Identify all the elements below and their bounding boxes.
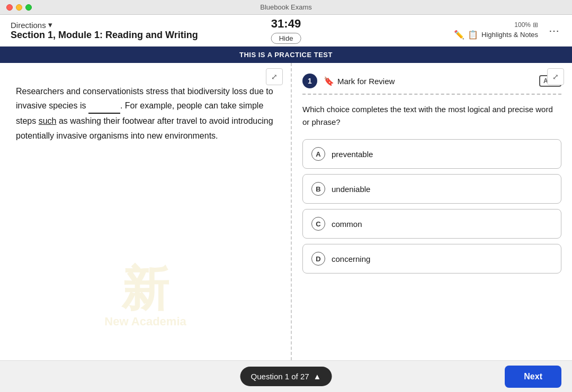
- app-container: Directions ▾ Section 1, Module 1: Readin…: [0, 15, 572, 392]
- directions-label: Directions: [11, 21, 46, 30]
- chevron-up-icon: ▲: [314, 372, 321, 381]
- mark-for-review-button[interactable]: 🔖 Mark for Review: [324, 76, 533, 86]
- expand-right-icon: ⤢: [552, 72, 559, 81]
- answer-choices: A preventable B undeniable C common D co…: [302, 139, 561, 274]
- mark-review-label: Mark for Review: [337, 77, 395, 86]
- passage-text: Researchers and conservationists stress …: [16, 84, 275, 143]
- pencil-icon: ✏️: [454, 30, 464, 40]
- more-button[interactable]: ⋯: [547, 24, 561, 37]
- left-panel: ⤢ 新 New Academia Researchers and conserv…: [0, 63, 292, 360]
- choice-letter-a: A: [311, 147, 325, 161]
- choice-text-d: concerning: [332, 254, 370, 263]
- practice-banner: THIS IS A PRACTICE TEST: [0, 47, 572, 63]
- hide-button[interactable]: Hide: [271, 33, 301, 44]
- question-prompt: Which choice completes the text with the…: [302, 103, 561, 129]
- choice-text-c: common: [332, 220, 362, 229]
- choice-letter-d: D: [311, 252, 325, 266]
- header-left: Directions ▾ Section 1, Module 1: Readin…: [11, 20, 286, 41]
- header-right-info: 100% ⊞ ✏️ 📋 Highlights & Notes: [454, 21, 538, 40]
- choice-letter-c: C: [311, 217, 325, 231]
- choice-b[interactable]: B undeniable: [302, 174, 561, 204]
- choice-d[interactable]: D concerning: [302, 244, 561, 274]
- choice-text-a: preventable: [332, 150, 373, 159]
- choice-letter-b: B: [311, 182, 325, 196]
- content-area: ⤢ 新 New Academia Researchers and conserv…: [0, 63, 572, 360]
- next-button[interactable]: Next: [505, 366, 561, 388]
- footer-center: Question 1 of 27 ▲: [240, 367, 332, 386]
- right-panel: ⤢ 1 🔖 Mark for Review ABC Which choice c…: [292, 63, 572, 360]
- choice-a[interactable]: A preventable: [302, 139, 561, 169]
- question-header: 1 🔖 Mark for Review ABC: [302, 68, 561, 95]
- header-center: 31:49 Hide: [271, 17, 301, 44]
- header-right: 100% ⊞ ✏️ 📋 Highlights & Notes ⋯: [286, 21, 561, 40]
- expand-left-icon: ⤢: [271, 72, 278, 81]
- question-number: 1: [302, 74, 317, 88]
- footer: Question 1 of 27 ▲ Next: [0, 360, 572, 392]
- choice-c[interactable]: C common: [302, 209, 561, 239]
- traffic-lights: [6, 4, 32, 11]
- expand-left-button[interactable]: ⤢: [266, 68, 283, 85]
- passage-blank: [88, 98, 120, 114]
- watermark-brand: New Academia: [104, 315, 186, 329]
- maximize-button[interactable]: [25, 4, 32, 11]
- window-chrome: Bluebook Exams: [0, 0, 572, 15]
- passage-underline: such: [39, 116, 57, 125]
- directions-chevron-icon: ▾: [48, 20, 52, 30]
- question-nav-button[interactable]: Question 1 of 27 ▲: [240, 367, 332, 386]
- window-title: Bluebook Exams: [260, 3, 312, 11]
- expand-right-button[interactable]: ⤢: [547, 68, 564, 85]
- watermark-chinese: 新: [121, 265, 169, 313]
- highlights-notes-label: Highlights & Notes: [481, 31, 538, 39]
- highlights-notes-button[interactable]: ✏️ 📋 Highlights & Notes: [454, 30, 538, 40]
- minimize-button[interactable]: [16, 4, 22, 11]
- notes-icon: 📋: [468, 30, 478, 40]
- close-button[interactable]: [6, 4, 13, 11]
- directions-button[interactable]: Directions ▾: [11, 20, 52, 30]
- question-nav-label: Question 1 of 27: [251, 372, 309, 381]
- choice-text-b: undeniable: [332, 185, 370, 194]
- watermark: 新 New Academia: [104, 265, 186, 329]
- bookmark-icon: 🔖: [324, 76, 334, 86]
- header: Directions ▾ Section 1, Module 1: Readin…: [0, 15, 572, 47]
- section-title: Section 1, Module 1: Reading and Writing: [11, 30, 286, 41]
- zoom-level: 100% ⊞: [514, 21, 538, 29]
- timer-display: 31:49: [271, 17, 301, 31]
- zoom-icon: ⊞: [533, 21, 538, 29]
